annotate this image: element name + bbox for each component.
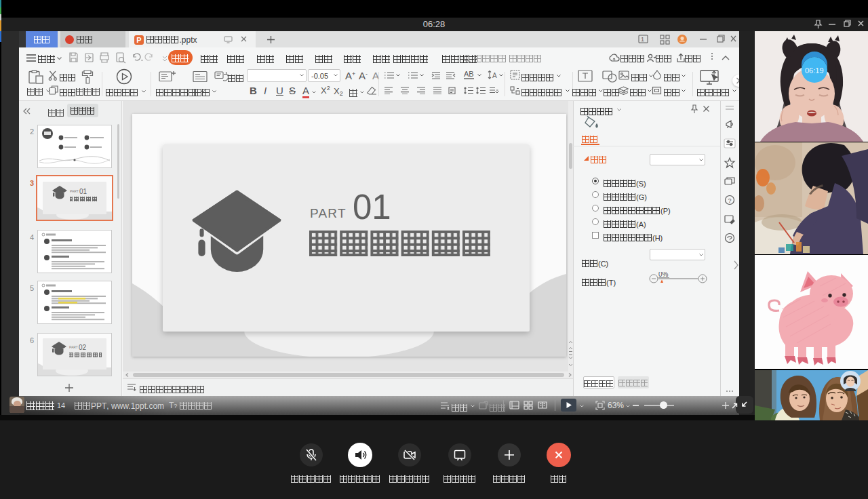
svg-text:1: 1: [641, 36, 644, 43]
svg-text:PART: PART: [310, 206, 347, 220]
svg-text:02: 02: [79, 344, 87, 351]
svg-text:0%: 0%: [658, 272, 669, 278]
svg-text:01: 01: [79, 188, 87, 195]
svg-text:01: 01: [353, 188, 391, 226]
svg-text:06:19: 06:19: [805, 66, 824, 75]
svg-text:PART: PART: [70, 189, 79, 193]
svg-text:PART: PART: [69, 345, 78, 349]
svg-text:A: A: [492, 72, 497, 79]
svg-text:?: ?: [728, 197, 732, 204]
